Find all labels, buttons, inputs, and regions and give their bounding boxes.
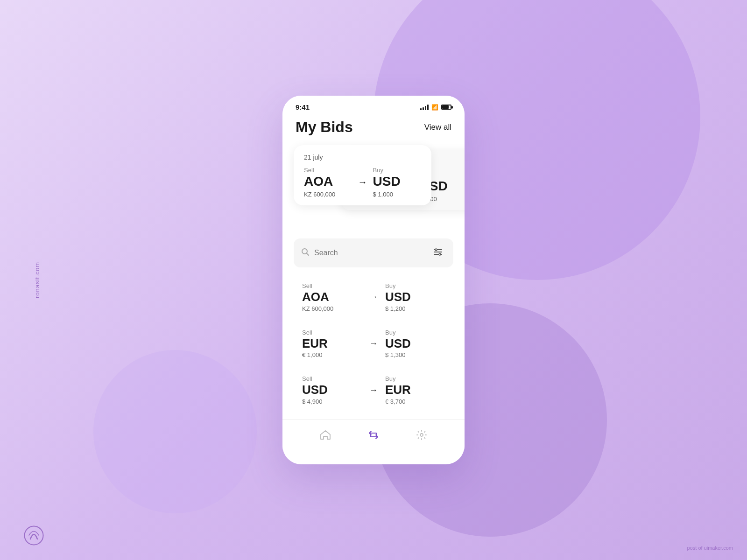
bid-date-front: 21 july — [304, 154, 421, 161]
ex-buy-1: Buy USD $ 1,300 — [385, 329, 445, 359]
view-all-button[interactable]: View all — [424, 123, 451, 132]
ex-buy-amount-0: $ 1,200 — [385, 305, 445, 312]
bid-sell-front: Sell AOA KZ 600,000 — [304, 167, 352, 198]
bid-buy-amount-front: $ 1,000 — [373, 191, 422, 198]
ex-sell-currency-1: EUR — [302, 337, 362, 350]
svg-point-0 — [25, 526, 43, 545]
search-icon — [301, 248, 310, 259]
ex-sell-1: Sell EUR € 1,000 — [302, 329, 362, 359]
signal-bar-3 — [425, 106, 426, 110]
ex-sell-0: Sell AOA KZ 600,000 — [302, 282, 362, 312]
status-bar: 9:41 📶 — [282, 96, 465, 115]
status-time: 9:41 — [296, 103, 310, 111]
exchange-icon — [367, 429, 380, 444]
svg-point-6 — [435, 249, 437, 251]
ex-arrow-1: → — [362, 339, 385, 349]
battery-fill — [442, 105, 449, 109]
settings-icon — [416, 429, 428, 444]
ex-sell-label-0: Sell — [302, 282, 362, 289]
search-bar — [294, 238, 453, 267]
svg-point-8 — [420, 434, 423, 436]
exchange-row-2: Sell USD $ 4,900 → Buy EUR € 3,700 — [302, 375, 445, 405]
ex-sell-currency-0: AOA — [302, 290, 362, 304]
logo-icon — [23, 525, 44, 546]
ex-buy-currency-2: EUR — [385, 383, 445, 397]
bid-sell-amount-front: KZ 600,000 — [304, 191, 352, 198]
ex-buy-currency-1: USD — [385, 337, 445, 350]
ex-buy-label-1: Buy — [385, 329, 445, 336]
signal-bar-4 — [427, 105, 429, 110]
signal-icon — [420, 105, 429, 110]
exchange-row-1: Sell EUR € 1,000 → Buy USD $ 1,300 — [302, 329, 445, 359]
ex-sell-amount-2: $ 4,900 — [302, 398, 362, 405]
wifi-icon: 📶 — [431, 104, 438, 111]
ex-buy-label-0: Buy — [385, 282, 445, 289]
page-title: My Bids — [296, 119, 353, 136]
ex-sell-label-1: Sell — [302, 329, 362, 336]
svg-line-2 — [307, 253, 309, 255]
search-section — [282, 238, 465, 275]
signal-bar-1 — [420, 108, 422, 110]
bid-card-front[interactable]: 21 july Sell AOA KZ 600,000 → Buy USD $ … — [294, 145, 431, 205]
nav-exchange[interactable] — [360, 427, 387, 446]
bottom-nav — [282, 419, 465, 450]
ex-buy-currency-0: USD — [385, 290, 445, 304]
ex-sell-currency-2: USD — [302, 383, 362, 397]
exchange-list: Sell AOA KZ 600,000 → Buy USD $ 1,200 — [282, 275, 465, 413]
filter-button[interactable] — [430, 245, 446, 261]
nav-settings[interactable] — [408, 427, 435, 446]
phone-frame: 9:41 📶 My Bids View all — [282, 96, 465, 464]
ex-sell-amount-1: € 1,000 — [302, 351, 362, 358]
ex-sell-amount-0: KZ 600,000 — [302, 305, 362, 312]
bids-area: 19 july Sell AOA KZ 600.000 → Buy USD $1… — [282, 145, 465, 229]
exchange-item-0[interactable]: Sell AOA KZ 600,000 → Buy USD $ 1,200 — [294, 275, 453, 319]
side-label: ronasit.com — [34, 262, 41, 298]
ex-buy-label-2: Buy — [385, 375, 445, 382]
exchange-item-2[interactable]: Sell USD $ 4,900 → Buy EUR € 3,700 — [294, 368, 453, 412]
header: My Bids View all — [282, 115, 465, 145]
ex-arrow-0: → — [362, 292, 385, 302]
home-icon — [319, 429, 331, 444]
bid-arrow-front: → — [352, 177, 373, 188]
bid-sell-label-front: Sell — [304, 167, 352, 174]
bid-buy-front: Buy USD $ 1,000 — [373, 167, 422, 198]
bid-buy-currency-front: USD — [373, 175, 422, 189]
ex-arrow-2: → — [362, 385, 385, 395]
bid-exchange-front: Sell AOA KZ 600,000 → Buy USD $ 1,000 — [304, 167, 421, 198]
search-input[interactable] — [314, 249, 425, 257]
svg-point-7 — [439, 253, 441, 255]
bg-blob-3 — [93, 350, 257, 513]
nav-home[interactable] — [312, 427, 339, 446]
ex-buy-amount-2: € 3,700 — [385, 398, 445, 405]
exchange-row-0: Sell AOA KZ 600,000 → Buy USD $ 1,200 — [302, 282, 445, 312]
ex-buy-0: Buy USD $ 1,200 — [385, 282, 445, 312]
ex-buy-amount-1: $ 1,300 — [385, 351, 445, 358]
ex-sell-label-2: Sell — [302, 375, 362, 382]
exchange-item-1[interactable]: Sell EUR € 1,000 → Buy USD $ 1,300 — [294, 322, 453, 365]
ex-buy-2: Buy EUR € 3,700 — [385, 375, 445, 405]
ex-sell-2: Sell USD $ 4,900 — [302, 375, 362, 405]
bid-buy-label-front: Buy — [373, 167, 422, 174]
battery-icon — [441, 105, 451, 110]
status-icons: 📶 — [420, 104, 451, 111]
watermark: post of uimaker.com — [687, 545, 733, 551]
bid-sell-currency-front: AOA — [304, 175, 352, 189]
signal-bar-2 — [423, 107, 424, 110]
filter-icon — [433, 247, 443, 259]
